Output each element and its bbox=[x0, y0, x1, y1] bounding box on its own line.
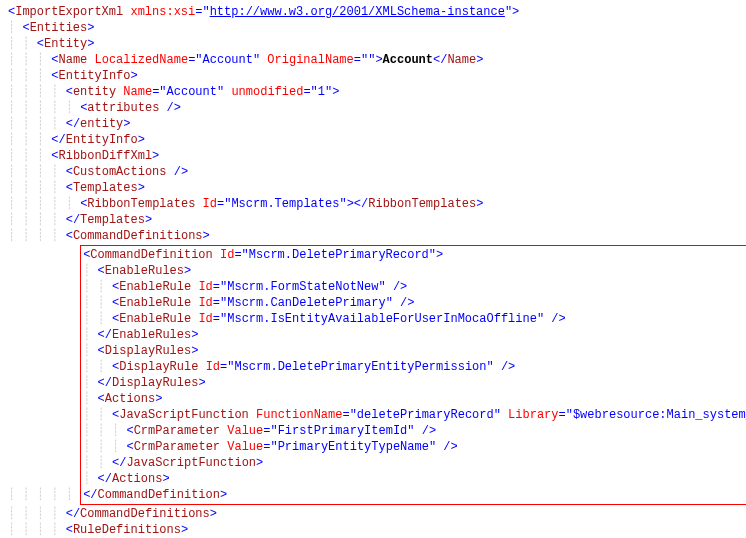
xml-attr-name: Id bbox=[203, 197, 217, 211]
code-line: <ImportExportXml xmlns:xsi="http://www.w… bbox=[8, 4, 738, 20]
xml-delim: > bbox=[162, 472, 169, 486]
xml-delim: =" bbox=[342, 408, 356, 422]
indent-guides: ┊ ┊ ┊ ┊ bbox=[8, 229, 66, 243]
xml-tag: EntityInfo bbox=[66, 133, 138, 147]
xml-tag: DisplayRule bbox=[119, 360, 198, 374]
xml-delim: " bbox=[202, 5, 209, 19]
code-line: ┊ ┊ <EnableRule Id="Mscrm.CanDeletePrima… bbox=[83, 295, 746, 311]
indent-guides: ┊ ┊ bbox=[83, 360, 112, 374]
xml-delim: > bbox=[138, 181, 145, 195]
indent-guides: ┊ ┊ ┊ ┊ bbox=[8, 523, 66, 537]
xml-delim: </ bbox=[98, 328, 112, 342]
xml-attr-name: Id bbox=[198, 296, 212, 310]
xml-delim: > bbox=[347, 197, 354, 211]
indent-guides: ┊ ┊ ┊ bbox=[8, 69, 51, 83]
xml-attr-value: Mscrm.DeletePrimaryEntityPermission bbox=[234, 360, 486, 374]
code-line: <CommandDefinition Id="Mscrm.DeletePrima… bbox=[83, 247, 746, 263]
xml-tag: CommandDefinition bbox=[98, 488, 220, 502]
xml-attr-name: Value bbox=[227, 440, 263, 454]
code-line: ┊ ┊ ┊ ┊ <CommandDefinitions> bbox=[8, 228, 738, 244]
xml-tag: EnableRules bbox=[105, 264, 184, 278]
xml-plain bbox=[195, 197, 202, 211]
xml-tag: EnableRule bbox=[119, 280, 191, 294]
xml-delim: < bbox=[66, 523, 73, 537]
code-line: ┊ <Actions> bbox=[83, 391, 746, 407]
xml-delim: < bbox=[66, 165, 73, 179]
code-line: ┊ ┊ ┊ ┊ <Templates> bbox=[8, 180, 738, 196]
xml-delim: < bbox=[22, 21, 29, 35]
xml-tag: DisplayRules bbox=[105, 344, 191, 358]
xml-tag: CustomActions bbox=[73, 165, 167, 179]
xml-tag: Templates bbox=[73, 181, 138, 195]
xml-tag: CommandDefinition bbox=[90, 248, 212, 262]
indent-guides: ┊ ┊ bbox=[83, 408, 112, 422]
xml-attr-value: Mscrm.CanDeletePrimary bbox=[227, 296, 385, 310]
xml-delim: =" bbox=[213, 280, 227, 294]
indent-guides: ┊ bbox=[83, 472, 97, 486]
xml-plain bbox=[415, 424, 422, 438]
xml-delim: </ bbox=[83, 488, 97, 502]
indent-guides: ┊ ┊ ┊ ┊ bbox=[8, 165, 66, 179]
xml-plain bbox=[393, 296, 400, 310]
xml-tag: entity bbox=[73, 85, 116, 99]
xml-attr-value: Mscrm.IsEntityAvailableForUserInMocaOffl… bbox=[227, 312, 537, 326]
code-line: ┊ ┊ ┊ ┊ ┊ <attributes /> bbox=[8, 100, 738, 116]
xml-attr-name: FunctionName bbox=[256, 408, 342, 422]
xml-delim: " bbox=[537, 312, 544, 326]
code-line: ┊ ┊ ┊ ┊ <RuleDefinitions> bbox=[8, 522, 738, 538]
xml-attr-name: Value bbox=[227, 424, 263, 438]
xml-tag: CommandDefinitions bbox=[73, 229, 203, 243]
code-line: ┊ <DisplayRules> bbox=[83, 343, 746, 359]
xml-delim: < bbox=[126, 440, 133, 454]
indent-guides: ┊ ┊ ┊ ┊ ┊ bbox=[8, 488, 80, 502]
xml-delim: > bbox=[184, 264, 191, 278]
xml-attr-name: unmodified bbox=[231, 85, 303, 99]
xml-delim: </ bbox=[66, 507, 80, 521]
xml-delim: /> bbox=[551, 312, 565, 326]
xml-attr-name: Id bbox=[206, 360, 220, 374]
indent-guides: ┊ ┊ ┊ ┊ ┊ bbox=[8, 101, 80, 115]
indent-guides: ┊ ┊ bbox=[83, 312, 112, 326]
code-line: ┊ ┊ <EnableRule Id="Mscrm.FormStateNotNe… bbox=[83, 279, 746, 295]
xml-delim: </ bbox=[433, 53, 447, 67]
xml-tag: RuleDefinitions bbox=[73, 523, 181, 537]
xml-delim: < bbox=[98, 392, 105, 406]
code-line: ┊ ┊ ┊ <Name LocalizedName="Account" Orig… bbox=[8, 52, 738, 68]
xml-delim: =" bbox=[220, 360, 234, 374]
xml-tag: Name bbox=[447, 53, 476, 67]
indent-guides: ┊ bbox=[83, 328, 97, 342]
xml-attr-name: Id bbox=[198, 280, 212, 294]
xml-tag: Actions bbox=[105, 392, 155, 406]
xml-delim: > bbox=[256, 456, 263, 470]
xml-plain bbox=[249, 408, 256, 422]
xml-plain bbox=[213, 248, 220, 262]
xml-text: Account bbox=[383, 53, 433, 67]
xml-delim: > bbox=[131, 69, 138, 83]
xml-delim: </ bbox=[51, 133, 65, 147]
xml-tag: JavaScriptFunction bbox=[119, 408, 249, 422]
xml-plain bbox=[159, 101, 166, 115]
xml-delim: </ bbox=[98, 376, 112, 390]
highlight-wrapper-line: ┊ ┊ ┊ ┊ ┊ <CommandDefinition Id="Mscrm.D… bbox=[8, 244, 738, 506]
xml-plain bbox=[87, 53, 94, 67]
xml-delim: =" bbox=[213, 296, 227, 310]
xml-delim: < bbox=[37, 37, 44, 51]
xml-attr-value: PrimaryEntityTypeName bbox=[278, 440, 429, 454]
xml-delim: /> bbox=[393, 280, 407, 294]
indent-guides: ┊ ┊ bbox=[83, 296, 112, 310]
xml-delim: < bbox=[66, 229, 73, 243]
indent-guides: ┊ bbox=[8, 21, 22, 35]
xml-attr-value: $webresource:Main_system_library.js bbox=[573, 408, 746, 422]
indent-guides: ┊ bbox=[83, 264, 97, 278]
xml-delim: > bbox=[375, 53, 382, 67]
xml-attr-value: Mscrm.FormStateNotNew bbox=[227, 280, 378, 294]
xml-tag: RibbonTemplates bbox=[87, 197, 195, 211]
indent-guides: ┊ ┊ ┊ ┊ bbox=[8, 85, 66, 99]
xml-delim: > bbox=[512, 5, 519, 19]
xsi-namespace-link[interactable]: http://www.w3.org/2001/XMLSchema-instanc… bbox=[210, 5, 505, 19]
code-line: ┊ ┊ ┊ <CrmParameter Value="PrimaryEntity… bbox=[83, 439, 746, 455]
xml-delim: " bbox=[494, 408, 501, 422]
xml-tag: EnableRules bbox=[112, 328, 191, 342]
xml-delim: =" bbox=[213, 312, 227, 326]
xml-delim: > bbox=[436, 248, 443, 262]
